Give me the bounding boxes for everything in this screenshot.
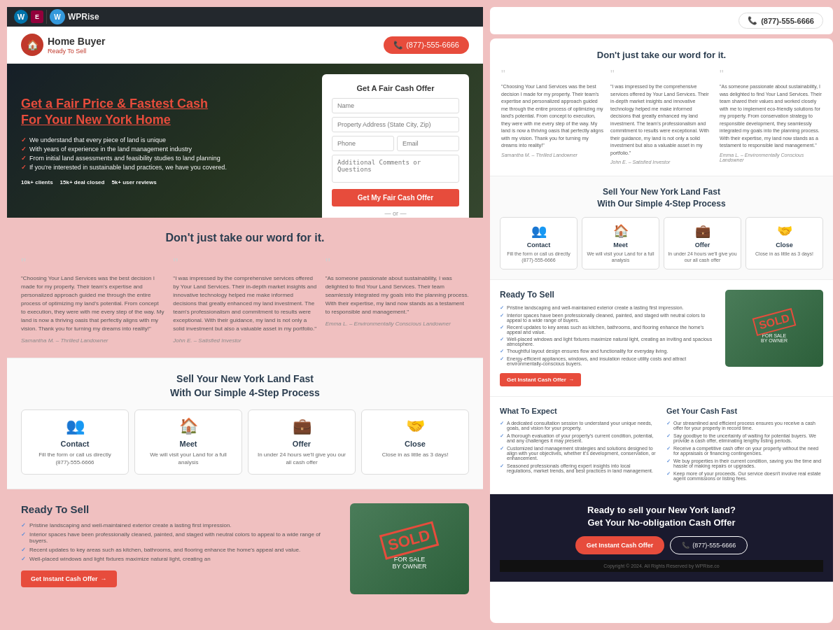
- right-testimonial-text-2: "I was impressed by the comprehensive se…: [610, 83, 713, 157]
- hero-title: Get a Fair Price & Fastest Cash For Your…: [21, 96, 267, 129]
- ready-item-4: Well-placed windows and light fixtures m…: [21, 556, 339, 562]
- testimonials-section: Don't just take our word for it. " "Choo…: [7, 218, 483, 358]
- step-offer-name: Offer: [255, 440, 348, 448]
- form-contact-row: [332, 136, 459, 155]
- right-step-meet: 🏠 Meet We will visit your Land for a ful…: [582, 217, 659, 270]
- right-cash-item-4: We buy properties in their current condi…: [666, 458, 823, 468]
- right-cash-item-2: Say goodbye to the uncertainty of waitin…: [666, 433, 823, 443]
- right-quote-icon-1: ": [501, 69, 603, 81]
- testimonial-3: " "As someone passionate about sustainab…: [326, 255, 469, 344]
- right-step-contact-name: Contact: [504, 241, 573, 248]
- right-sold-sign: SOLD: [752, 308, 796, 336]
- form-name-input[interactable]: [332, 98, 459, 113]
- step-close: 🤝 Close Close in as little as 3 days!: [361, 410, 469, 474]
- right-contact-icon: 👥: [504, 223, 573, 239]
- steps-section: Sell Your New York Land Fast With Our Si…: [7, 358, 483, 489]
- step-contact-name: Contact: [29, 440, 121, 448]
- step-meet-name: Meet: [142, 440, 234, 448]
- right-meet-icon: 🏠: [586, 223, 655, 239]
- testimonial-text-1: "Choosing Your Land Services was the bes…: [21, 274, 164, 333]
- header-phone-number: (877)-555-6666: [406, 41, 459, 49]
- right-cash-col: Get Your Cash Fast Our streamlined and e…: [666, 407, 823, 484]
- testimonial-author-2: John E. – Satisfied Investor: [173, 337, 316, 344]
- steps-grid: 👥 Contact Fill the form or call us direc…: [21, 410, 469, 474]
- phone-icon: 📞: [393, 41, 403, 50]
- right-cta-section: Ready to sell your New York land? Get Yo…: [490, 494, 833, 582]
- logo-icon: 🏠: [21, 34, 43, 56]
- logo-area: 🏠 Home Buyer Ready To Sell: [21, 34, 105, 56]
- right-cash-title: Get Your Cash Fast: [666, 407, 823, 415]
- sold-sign: SOLD: [379, 521, 440, 559]
- right-close-icon: 🤝: [750, 223, 819, 239]
- right-steps-grid: 👥 Contact Fill the form or call us direc…: [500, 217, 823, 270]
- form-submit-button[interactable]: Get My Fair Cash Offer: [332, 189, 459, 206]
- quote-icon-2: ": [173, 255, 316, 272]
- right-scroll: Don't just take our word for it. " "Choo…: [490, 38, 833, 623]
- form-or-divider: — or —: [332, 210, 459, 217]
- step-close-name: Close: [369, 440, 461, 448]
- header-phone-button[interactable]: 📞 (877)-555-6666: [384, 36, 469, 54]
- right-instant-cash-label: Get Instant Cash Offer: [507, 377, 566, 383]
- wp-icons: W E W WPRise: [14, 9, 99, 24]
- right-cash-item-1: Our streamlined and efficient process en…: [666, 421, 823, 430]
- right-testimonials-title: Don't just take our word for it.: [501, 50, 822, 60]
- quote-icon-3: ": [326, 255, 469, 272]
- right-expect-title: What To Expect: [500, 407, 657, 415]
- hero-checklist: We understand that every piece of land i…: [21, 136, 267, 171]
- step-close-desc: Close in as little as 3 days!: [369, 451, 461, 458]
- right-expect-item-4: Seasoned professionals offering expert i…: [500, 463, 657, 473]
- left-panel-wrapper: W E W WPRise 🏠 Home Buyer Ready To Sell: [7, 7, 483, 623]
- site-header: 🏠 Home Buyer Ready To Sell 📞 (877)-555-6…: [7, 27, 483, 64]
- form-email-input[interactable]: [397, 136, 459, 151]
- testimonial-author-1: Samantha M. – Thrilled Landowner: [21, 337, 164, 344]
- step-contact-desc: Fill the form or call us directly (877)-…: [29, 451, 121, 466]
- right-step-offer: 💼 Offer In under 24 hours we'll give you…: [664, 217, 741, 270]
- contact-icon: 👥: [29, 417, 121, 435]
- hero-check-4: If you're interested in sustainable land…: [21, 164, 267, 171]
- right-cta-phone-button[interactable]: 📞 (877)-555-6666: [670, 536, 748, 554]
- top-bar: 📞 (877)-555-6666: [490, 7, 833, 34]
- testimonial-author-3: Emma L. – Environmentally Conscious Land…: [326, 321, 469, 327]
- right-testimonial-author-3: Emma L. – Environmentally Conscious Land…: [720, 153, 822, 162]
- right-ready-item-2: Interior spaces have been professionally…: [500, 313, 717, 323]
- hero-section: Get a Fair Price & Fastest Cash For Your…: [7, 64, 483, 218]
- right-instant-cash-button[interactable]: Get Instant Cash Offer →: [500, 373, 581, 386]
- meet-icon: 🏠: [142, 417, 234, 435]
- step-contact: 👥 Contact Fill the form or call us direc…: [21, 410, 129, 474]
- right-ready-image: SOLD FOR SALEBY OWNER: [725, 290, 823, 367]
- form-phone-input[interactable]: [332, 136, 394, 151]
- right-sold-overlay: SOLD FOR SALEBY OWNER: [754, 313, 794, 343]
- right-ready-item-5: Thoughtful layout design ensures flow an…: [500, 349, 717, 354]
- wordpress-icon[interactable]: W: [14, 10, 28, 24]
- right-content: Don't just take our word for it. " "Choo…: [490, 38, 833, 623]
- hero-form: Get A Fair Cash Offer Get My Fair Cash O…: [322, 74, 469, 218]
- arrow-icon: →: [101, 575, 107, 582]
- right-step-contact-desc: Fill the form or call us directly (877)-…: [504, 251, 573, 263]
- right-ready-item-6: Energy-efficient appliances, windows, an…: [500, 356, 717, 366]
- ready-image: SOLD FOR SALEBY OWNER: [350, 503, 469, 594]
- testimonial-text-2: "I was impressed by the comprehensive se…: [173, 274, 316, 333]
- right-step-meet-name: Meet: [586, 241, 655, 248]
- sold-overlay: SOLD FOR SALEBY OWNER: [382, 528, 437, 570]
- wp-toolbar: W E W WPRise: [7, 7, 483, 27]
- steps-title: Sell Your New York Land Fast With Our Si…: [21, 372, 469, 400]
- top-phone-number: (877)-555-6666: [761, 17, 814, 25]
- right-expect-item-2: A thorough evaluation of your property's…: [500, 433, 657, 443]
- right-cta-buttons: Get Instant Cash Offer 📞 (877)-555-6666: [500, 536, 823, 554]
- right-testimonial-2: " "I was impressed by the comprehensive …: [610, 69, 713, 164]
- form-comments-textarea[interactable]: [332, 155, 459, 183]
- form-address-input[interactable]: [332, 117, 459, 132]
- right-ready-title: Ready To Sell: [500, 290, 717, 300]
- instant-cash-button[interactable]: Get Instant Cash Offer →: [21, 570, 117, 587]
- right-cta-instant-button[interactable]: Get Instant Cash Offer: [575, 536, 665, 554]
- step-offer-desc: In under 24 hours we'll give you our all…: [255, 451, 348, 466]
- ready-item-1: Pristine landscaping and well-maintained…: [21, 522, 339, 528]
- right-copyright: Copyright © 2024. All Rights Reserved by…: [500, 560, 823, 572]
- hero-stat-1: 10k+ clients: [21, 179, 53, 186]
- close-icon: 🤝: [369, 417, 461, 435]
- elementor-icon[interactable]: E: [31, 10, 43, 23]
- right-step-contact: 👥 Contact Fill the form or call us direc…: [500, 217, 578, 270]
- right-cash-item-5: Keep more of your proceeds. Our service …: [666, 471, 823, 481]
- right-testimonial-text-1: "Choosing Your Land Services was the bes…: [501, 83, 603, 150]
- right-quote-icon-3: ": [720, 69, 822, 81]
